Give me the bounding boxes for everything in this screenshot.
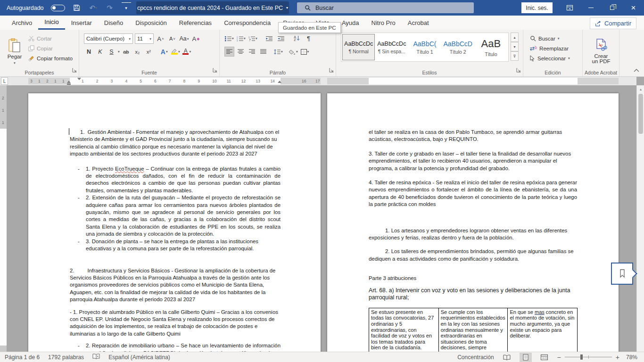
zoom-in-button[interactable]: + [616,354,619,361]
shrink-font-button[interactable]: A˅ [167,34,177,44]
document-title[interactable]: cpccs rendicion de cuenta 2024 - Guardad… [136,1,289,14]
horizontal-ruler[interactable]: L 31211 1234567891011121314 1617 [0,77,636,85]
paragraph[interactable]: 1. Gestión Ambiental - Fomentar el manej… [70,129,281,158]
collapse-ribbon-button[interactable] [634,66,639,74]
list-item[interactable]: - 3. Donación de planta – se hace la ent… [78,238,281,253]
zoom-level[interactable]: 78% [626,354,637,361]
left-indent-marker[interactable] [67,83,71,85]
ribbon-display-options-button[interactable] [559,0,580,16]
paragraph[interactable]: Art. 68. a) Intervenir con voz y voto en… [369,287,577,302]
format-painter-button[interactable]: Copiar formato [27,53,73,63]
minimize-button[interactable] [580,0,602,16]
page-indicator[interactable]: Página 1 de 6 [5,354,40,361]
hanging-indent-marker[interactable] [67,81,71,83]
styles-more-button[interactable]: ⊽ [511,51,519,61]
save-icon[interactable] [72,2,82,14]
tab-archivo[interactable]: Archivo [6,16,38,30]
restore-button[interactable] [602,0,623,16]
list-item[interactable]: - 2. Extensión de la ruta del guayacán –… [78,194,281,238]
change-case-button[interactable]: Aa▾ [179,34,189,44]
subscript-button[interactable]: x₂ [132,47,142,57]
print-layout-button[interactable] [520,353,532,362]
sort-button[interactable]: AZ [292,33,302,43]
tab-stop-selector[interactable]: L [1,77,8,85]
strikethrough-button[interactable]: ab [121,47,131,57]
autosave-toggle[interactable] [51,5,65,11]
font-dialog-launcher[interactable] [213,66,217,74]
table-cell[interactable]: Se estuvo presente en todas las convocat… [369,308,439,352]
proofing-status[interactable] [92,353,100,361]
style-normal[interactable]: AaBbCcDc¶ Normal [342,34,375,60]
tab-nitro-pro[interactable]: Nitro Pro [365,16,402,30]
underline-button[interactable]: S [107,47,116,57]
font-size-combo[interactable]: 11▾ [135,33,154,44]
table-cell[interactable]: En que se mas concreto en el momento de … [508,308,578,352]
paste-button[interactable]: Pegar ▾ [4,33,25,70]
scrollbar-thumb[interactable] [638,94,643,134]
page-1[interactable]: 1. Gestión Ambiental - Fomentar el manej… [28,93,321,352]
zoom-slider-thumb[interactable] [580,354,583,360]
table-cell[interactable]: Se cumple con los requerimientos estable… [438,308,508,352]
align-center-button[interactable] [236,47,246,57]
bookmark-flag[interactable] [611,263,633,285]
bullets-button[interactable]: ▾ [224,33,234,43]
borders-button[interactable]: ▾ [300,47,310,57]
align-left-button[interactable] [224,47,234,57]
style-heading-2[interactable]: AaBbCcDTítulo 2 [442,34,474,60]
tab-correspondencia[interactable]: Correspondencia [218,16,277,30]
clear-formatting-button[interactable]: A◆ [191,34,201,44]
replace-button[interactable]: ⇄b Reemplazar [529,43,570,53]
styles-scroll-down[interactable]: ▾ [511,42,519,51]
align-right-button[interactable] [247,47,257,57]
share-button[interactable]: Compartir [590,17,636,29]
underline-dropdown-icon[interactable]: ▾ [118,49,120,54]
scroll-up-icon[interactable]: ▴ [638,86,644,92]
line-spacing-button[interactable]: ▾ [273,47,283,57]
show-formatting-button[interactable]: ¶ [304,33,314,43]
bold-button[interactable]: N [84,47,94,57]
word-count[interactable]: 1792 palabras [48,354,84,361]
paragraph[interactable]: 1. Los artesanos y emprendedores lograro… [369,227,577,242]
style-heading-1[interactable]: AaBbC(Título 1 [408,34,441,60]
first-line-indent-marker[interactable] [77,78,81,80]
font-color-button[interactable]: A ▾ [182,47,192,57]
font-name-combo[interactable]: Calibri (Cuerpo)▾ [84,33,133,44]
undo-button[interactable]: ↶▾ [89,2,98,14]
right-indent-marker[interactable] [278,81,281,83]
style-no-spacing[interactable]: AaBbCcDc¶ Sin espa... [375,34,408,60]
tab-acrobat[interactable]: Acrobat [402,16,435,30]
tab-insertar[interactable]: Insertar [65,16,98,30]
paragraph[interactable]: Parte 3 atribuciones [369,275,577,282]
multilevel-list-button[interactable]: 1ai ▾ [248,33,258,43]
justify-button[interactable] [258,47,268,57]
paragraph-dialog-launcher[interactable] [329,66,334,74]
text-effects-button[interactable]: A▾ [159,47,169,57]
paragraph[interactable]: 3. Taller de corte y grabado en laser – … [369,150,577,172]
italic-button[interactable]: K [95,47,105,57]
highlight-button[interactable]: ▾ [171,47,181,57]
select-button[interactable]: Seleccionar▾ [529,53,570,63]
redo-button[interactable]: ↷ [105,2,115,14]
style-title[interactable]: AaBTítulo [475,34,507,60]
zoom-slider[interactable]: − + [557,354,619,361]
increase-indent-button[interactable] [276,33,286,43]
list-item[interactable]: - 1. Proyecto EcoTrueque – Continuar con… [78,165,281,195]
customize-qat-chevron-icon[interactable]: ▾ [122,2,131,14]
misspelled-word[interactable]: EcoTrueque [115,166,144,172]
find-button[interactable]: Buscar▾ [529,33,570,43]
read-mode-button[interactable] [501,353,513,362]
paragraph[interactable]: - 1. Proyecto de alumbrado Público en la… [70,309,281,338]
zoom-out-button[interactable]: − [557,354,561,361]
tab-referencias[interactable]: Referencias [173,16,218,30]
styles-scroll-up[interactable]: ▴ [511,33,519,42]
paragraph[interactable]: el taller se realiza en la casa de don P… [369,129,577,143]
list-item[interactable]: - 2. Reparación de inmobiliario urbano –… [78,342,281,352]
vertical-ruler[interactable]: 211 [0,85,7,352]
page-2[interactable]: el taller se realiza en la casa de don P… [327,93,619,352]
paragraph[interactable]: 2. Los talleres de emprendimientos brind… [369,248,577,263]
document-table[interactable]: Se estuvo presente en todas las convocat… [369,308,578,352]
paragraph[interactable]: 4. Taller de resina epóxica - Se realiza… [369,179,577,208]
grow-font-button[interactable]: A˄ [156,34,165,44]
create-pdf-button[interactable]: Crear un PDF [587,33,615,70]
search-bar[interactable]: Buscar [297,2,474,13]
